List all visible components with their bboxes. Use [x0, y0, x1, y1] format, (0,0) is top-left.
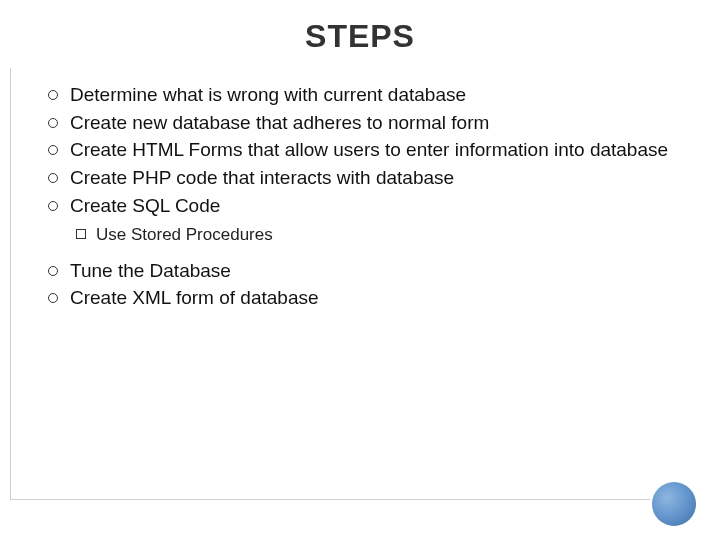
sub-bullet-text: Use Stored Procedures [96, 225, 273, 244]
slide: STEPS Determine what is wrong with curre… [0, 0, 720, 540]
decorative-bottom-line [10, 499, 650, 500]
decorative-circle-icon [652, 482, 696, 526]
bullet-text: Create HTML Forms that allow users to en… [70, 139, 668, 160]
title-text: STEPS [305, 18, 415, 54]
bullet-text: Create new database that adheres to norm… [70, 112, 489, 133]
list-item: Determine what is wrong with current dat… [48, 83, 690, 108]
bullet-list-main: Determine what is wrong with current dat… [30, 83, 690, 218]
list-item: Create HTML Forms that allow users to en… [48, 138, 690, 163]
bullet-list-sub: Use Stored Procedures [30, 224, 690, 246]
slide-title: STEPS [30, 18, 690, 55]
list-item: Create PHP code that interacts with data… [48, 166, 690, 191]
list-item: Create XML form of database [48, 286, 690, 311]
bullet-text: Create PHP code that interacts with data… [70, 167, 454, 188]
list-item: Use Stored Procedures [76, 224, 690, 246]
list-item: Tune the Database [48, 259, 690, 284]
bullet-text: Create SQL Code [70, 195, 220, 216]
bullet-text: Tune the Database [70, 260, 231, 281]
decorative-left-line [10, 68, 11, 500]
bullet-list-secondary: Tune the Database Create XML form of dat… [30, 259, 690, 311]
bullet-text: Create XML form of database [70, 287, 319, 308]
list-item: Create new database that adheres to norm… [48, 111, 690, 136]
bullet-text: Determine what is wrong with current dat… [70, 84, 466, 105]
list-item: Create SQL Code [48, 194, 690, 219]
